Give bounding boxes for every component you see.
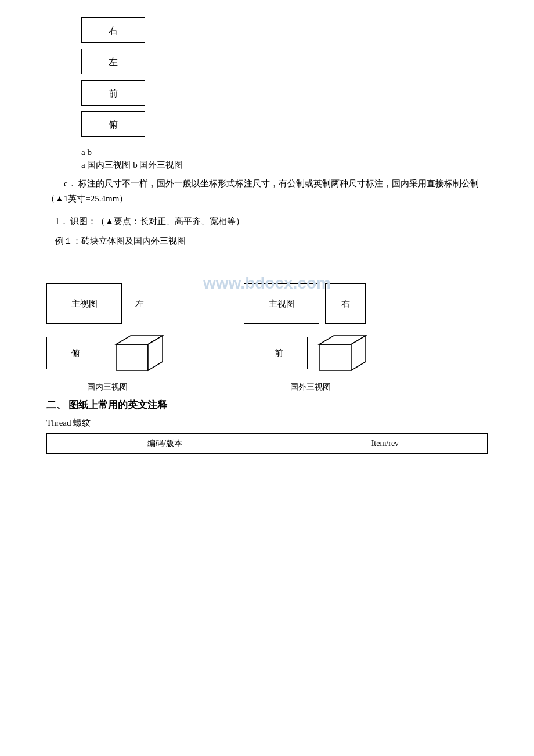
domestic-iso-box <box>110 330 168 376</box>
view-box-front: 前 <box>81 80 145 106</box>
international-main-view: 主视图 <box>244 283 319 324</box>
domestic-bottom-view: 俯 <box>46 337 104 369</box>
para-c: c． 标注的尺寸不一样，国外一般以坐标形式标注尺寸，有公制或英制两种尺寸标注，国… <box>46 177 488 206</box>
bottom-diagrams: 俯 国内三视图 前 国 <box>46 330 488 393</box>
international-top-views: 主视图 右 <box>244 283 366 324</box>
international-side-view: 右 <box>325 283 366 324</box>
international-caption: 国外三视图 <box>250 382 371 393</box>
domestic-caption: 国内三视图 <box>46 382 168 393</box>
view-box-left: 左 <box>81 49 145 74</box>
section2-heading: 二、 图纸上常用的英文注释 <box>46 398 488 412</box>
table-row: 编码/版本 Item/rev <box>47 434 488 454</box>
svg-marker-0 <box>116 344 148 370</box>
international-bottom-group: 前 国外三视图 <box>250 330 371 393</box>
international-bottom-view: 前 <box>250 337 308 369</box>
ab-label: a b <box>81 147 488 157</box>
para-1: 1． 识图：（▲要点：长对正、高平齐、宽相等） <box>55 214 488 229</box>
domestic-bottom-group: 俯 国内三视图 <box>46 330 168 393</box>
international-iso-box <box>313 330 371 376</box>
para-example: 例１：砖块立体图及国内外三视图 <box>55 234 488 249</box>
ab-desc: a 国内三视图 b 国外三视图 <box>81 160 488 171</box>
bottom-table: 编码/版本 Item/rev <box>46 433 488 454</box>
view-box-right: 右 <box>81 17 145 43</box>
domestic-top-views: 主视图 左 <box>46 283 151 324</box>
svg-marker-3 <box>319 344 351 370</box>
table-col2: Item/rev <box>283 434 487 454</box>
table-col1: 编码/版本 <box>47 434 283 454</box>
view-box-top: 俯 <box>81 111 145 137</box>
thread-label: Thread 螺纹 <box>46 417 488 429</box>
views-column: 右 左 前 俯 <box>81 17 488 143</box>
domestic-side-label: 左 <box>128 283 151 324</box>
domestic-main-view: 主视图 <box>46 283 122 324</box>
